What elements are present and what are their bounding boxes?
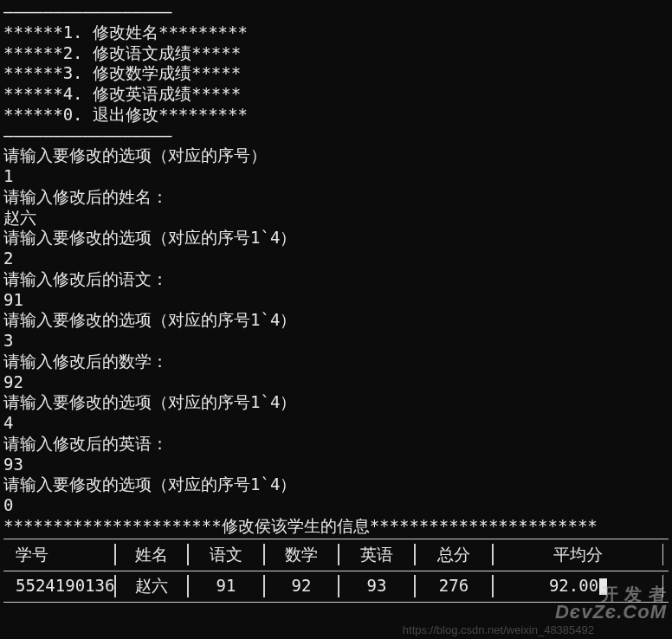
header-avg: 平均分 bbox=[494, 544, 663, 566]
header-name: 姓名 bbox=[116, 544, 189, 566]
prompt-new-name: 请输入修改后的姓名： bbox=[3, 187, 669, 208]
header-id: 学号 bbox=[3, 544, 116, 566]
menu-item-0: ******0. 退出修改********* bbox=[3, 105, 669, 126]
user-input-4[interactable]: 4 bbox=[3, 413, 669, 434]
header-chinese: 语文 bbox=[189, 544, 265, 566]
watermark-url: https://blog.csdn.net/weixin_48385492 bbox=[403, 623, 594, 637]
user-input-0[interactable]: 0 bbox=[3, 495, 669, 516]
menu-item-4: ******4. 修改英语成绩***** bbox=[3, 84, 669, 105]
user-input-1[interactable]: 1 bbox=[3, 166, 669, 187]
cell-avg-value: 92.00 bbox=[549, 576, 598, 597]
cell-avg: 92.00 bbox=[494, 575, 663, 597]
menu-divider-bottom: ————————————————— bbox=[3, 126, 669, 146]
user-input-name[interactable]: 赵六 bbox=[3, 208, 669, 229]
cell-name: 赵六 bbox=[116, 575, 189, 597]
cell-id: 5524190136 bbox=[3, 575, 116, 597]
prompt-new-math: 请输入修改后的数学： bbox=[3, 352, 669, 372]
student-info-table: 学号 姓名 语文 数学 英语 总分 平均分 5524190136 赵六 91 9… bbox=[3, 539, 669, 603]
user-input-english[interactable]: 93 bbox=[3, 455, 669, 475]
result-header: **********************修改侯该学生的信息*********… bbox=[3, 516, 669, 537]
cell-chinese: 91 bbox=[189, 575, 265, 597]
header-total: 总分 bbox=[416, 544, 494, 566]
prompt-select-option-4: 请输入要修改的选项（对应的序号1`4） bbox=[3, 392, 669, 413]
prompt-select-option: 请输入要修改的选项（对应的序号） bbox=[3, 145, 669, 166]
menu-item-3: ******3. 修改数学成绩***** bbox=[3, 63, 669, 84]
prompt-select-option-3: 请输入要修改的选项（对应的序号1`4） bbox=[3, 310, 669, 331]
table-header-row: 学号 姓名 语文 数学 英语 总分 平均分 bbox=[3, 539, 669, 571]
prompt-select-option-5: 请输入要修改的选项（对应的序号1`4） bbox=[3, 474, 669, 495]
console-output: ————————————————— ******1. 修改姓名*********… bbox=[3, 2, 669, 603]
prompt-new-english: 请输入修改后的英语： bbox=[3, 434, 669, 455]
header-math: 数学 bbox=[265, 544, 339, 566]
text-cursor bbox=[599, 578, 607, 595]
menu-divider-top: ————————————————— bbox=[3, 2, 669, 23]
user-input-2[interactable]: 2 bbox=[3, 248, 669, 269]
prompt-new-chinese: 请输入修改后的语文： bbox=[3, 269, 669, 290]
menu-item-2: ******2. 修改语文成绩***** bbox=[3, 43, 669, 64]
user-input-3[interactable]: 3 bbox=[3, 331, 669, 352]
cell-total: 276 bbox=[416, 575, 494, 597]
user-input-math[interactable]: 92 bbox=[3, 372, 669, 393]
table-data-row: 5524190136 赵六 91 92 93 276 92.00 bbox=[3, 571, 669, 603]
watermark-logo-en: DєvZє.CoM bbox=[555, 601, 667, 623]
menu-item-1: ******1. 修改姓名********* bbox=[3, 23, 669, 43]
header-english: 英语 bbox=[339, 544, 416, 566]
cell-english: 93 bbox=[339, 575, 416, 597]
user-input-chinese[interactable]: 91 bbox=[3, 290, 669, 311]
cell-math: 92 bbox=[265, 575, 339, 597]
prompt-select-option-2: 请输入要修改的选项（对应的序号1`4） bbox=[3, 228, 669, 248]
